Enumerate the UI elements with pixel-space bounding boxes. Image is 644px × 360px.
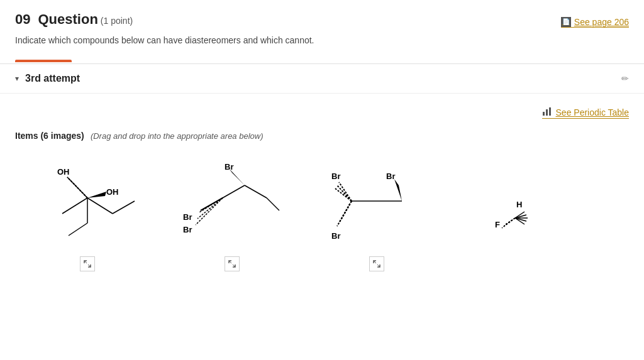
svg-rect-0 bbox=[543, 112, 545, 116]
chevron-down-icon[interactable]: ▾ bbox=[15, 74, 19, 83]
svg-text:Br: Br bbox=[225, 162, 233, 172]
svg-text:OH: OH bbox=[57, 167, 70, 177]
expand-button-2[interactable] bbox=[225, 256, 240, 271]
svg-rect-2 bbox=[549, 107, 551, 116]
svg-line-36 bbox=[335, 188, 352, 201]
question-number: 09 bbox=[15, 11, 30, 28]
svg-line-21 bbox=[267, 198, 279, 210]
svg-text:Br: Br bbox=[386, 172, 395, 181]
items-count-label: Items (6 images) bbox=[15, 131, 84, 141]
items-label-row: Items (6 images) (Drag and drop into the… bbox=[0, 125, 644, 151]
see-page-link[interactable]: 📄 See page 206 bbox=[561, 17, 629, 28]
book-icon: 📄 bbox=[561, 17, 571, 27]
expand-icon-1 bbox=[84, 260, 91, 268]
question-points: (1 point) bbox=[101, 16, 133, 26]
molecule-svg-3: Br Br Br bbox=[314, 151, 440, 251]
molecule-item-3[interactable]: Br Br Br bbox=[304, 151, 449, 271]
molecules-grid: OH OH bbox=[0, 151, 644, 271]
svg-marker-37 bbox=[394, 179, 402, 201]
svg-line-8 bbox=[87, 198, 113, 214]
attempt-left: ▾ 3rd attempt bbox=[15, 73, 80, 84]
see-page-label: See page 206 bbox=[574, 17, 629, 27]
svg-line-11 bbox=[69, 223, 87, 236]
svg-rect-1 bbox=[546, 109, 548, 116]
question-header: 09 Question(1 point) 📄 See page 206 bbox=[0, 0, 644, 31]
svg-line-9 bbox=[113, 201, 135, 214]
molecule-svg-2: Br Br Br bbox=[169, 151, 295, 251]
question-instruction: Indicate which compounds below can have … bbox=[0, 31, 644, 53]
question-title: Question(1 point) bbox=[38, 11, 133, 28]
items-drag-hint: (Drag and drop into the appropriate area… bbox=[91, 131, 264, 141]
periodic-table-icon bbox=[542, 106, 552, 118]
svg-text:H: H bbox=[516, 200, 522, 209]
molecule-item-4[interactable]: H F bbox=[449, 171, 594, 271]
question-number-title: 09 Question(1 point) bbox=[15, 11, 133, 28]
periodic-table-area: See Periodic Table bbox=[0, 94, 644, 125]
svg-text:Br: Br bbox=[183, 212, 192, 222]
attempt-row: ▾ 3rd attempt ✏ bbox=[0, 64, 644, 94]
svg-line-40 bbox=[337, 201, 352, 226]
edit-icon[interactable]: ✏ bbox=[621, 74, 629, 84]
svg-text:OH: OH bbox=[106, 187, 119, 197]
page-container: 09 Question(1 point) 📄 See page 206 Indi… bbox=[0, 0, 644, 360]
svg-marker-6 bbox=[87, 192, 106, 198]
expand-button-3[interactable] bbox=[369, 256, 384, 271]
tab-indicator bbox=[15, 60, 72, 62]
expand-icon-2 bbox=[228, 260, 236, 268]
svg-line-26 bbox=[196, 198, 223, 225]
periodic-table-label: See Periodic Table bbox=[556, 107, 629, 117]
svg-line-20 bbox=[245, 185, 267, 198]
expand-button-1[interactable] bbox=[80, 256, 95, 271]
svg-text:Br: Br bbox=[331, 231, 340, 241]
molecule-item-2[interactable]: Br Br Br bbox=[160, 151, 304, 271]
svg-line-19 bbox=[223, 185, 245, 198]
expand-icon-3 bbox=[373, 260, 380, 268]
svg-line-7 bbox=[62, 198, 87, 214]
svg-text:F: F bbox=[495, 220, 500, 229]
svg-text:Br: Br bbox=[331, 172, 340, 181]
svg-text:Br: Br bbox=[183, 225, 192, 234]
molecule-svg-1: OH OH bbox=[25, 151, 150, 251]
periodic-table-link[interactable]: See Periodic Table bbox=[542, 106, 629, 119]
attempt-label: 3rd attempt bbox=[25, 73, 80, 84]
molecule-svg-4: H F bbox=[458, 171, 584, 271]
molecule-item-1[interactable]: OH OH bbox=[15, 151, 160, 271]
svg-line-52 bbox=[502, 218, 515, 228]
tab-bar bbox=[0, 53, 644, 64]
